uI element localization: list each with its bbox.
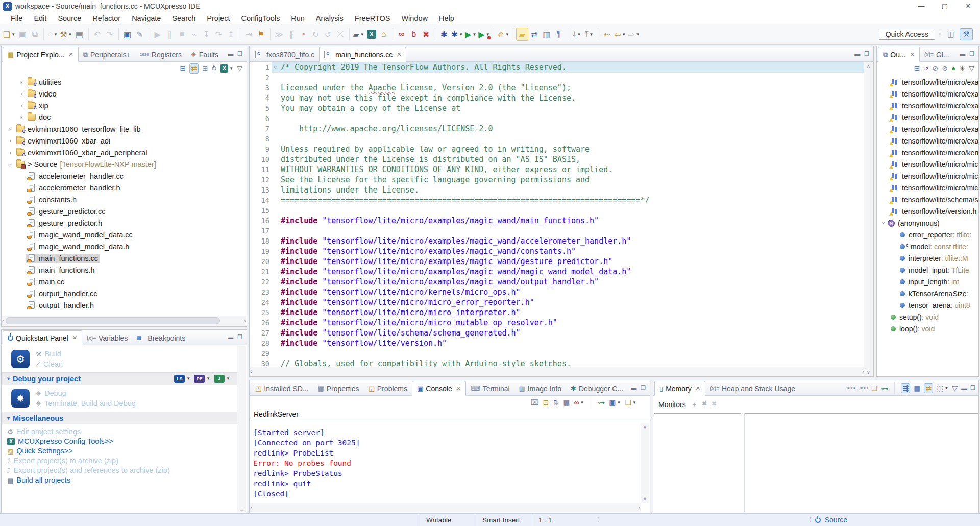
outline-member-kTensorArenaSize[interactable]: kTensorArenaSize : [877, 288, 978, 299]
menu-search[interactable]: Search [166, 13, 201, 23]
debug-dd-icon[interactable]: ✱▼ [450, 28, 464, 41]
quickstart-vscrollbar[interactable]: ⌄ [237, 346, 246, 512]
layout-icon[interactable]: ⬚▼ [937, 384, 948, 392]
panel-minimize-icon[interactable]: ▬ [228, 51, 233, 57]
tree-item-accelerometer-handler-h[interactable]: accelerometer_handler.h [2, 182, 246, 194]
profile-icon[interactable]: ⚑ [255, 28, 267, 41]
probe-button-j[interactable]: J [214, 375, 225, 383]
editor-line[interactable]: 30// Globals, used for compatibility wit… [250, 358, 864, 367]
editor-line[interactable]: 12See the License for the specific langu… [250, 175, 864, 185]
prev-annotation-icon[interactable]: ⤒▼ [583, 28, 595, 41]
table-view-icon[interactable]: ▦ [914, 384, 920, 392]
menu-navigate[interactable]: Navigate [126, 13, 166, 23]
section-debug-your-project[interactable]: ▾Debug your projectLS▼PE▼J▼ [2, 372, 237, 385]
outline-include[interactable]: tensorflow/lite/micro/examples/magic_wan… [877, 135, 978, 147]
probe-discovery-icon[interactable]: ✖ [420, 28, 432, 41]
editor-line[interactable]: 26#include "tensorflow/lite/micro/micro_… [250, 318, 864, 328]
run-icon[interactable]: ▶▼ [464, 28, 477, 41]
console-hscrollbar[interactable]: ‹› [250, 503, 641, 512]
remove-memory-monitor-icon[interactable]: ✖ [702, 400, 707, 409]
close-tab-icon[interactable]: ✕ [72, 334, 77, 341]
outline-function-setup[interactable]: setup() : void [877, 311, 978, 323]
panel-maximize-icon[interactable]: ❒ [970, 385, 975, 391]
editor-vscrollbar[interactable]: ∧∨ [864, 62, 873, 376]
next-annotation-icon[interactable]: ⤓▼ [571, 28, 583, 41]
menu-file[interactable]: File [5, 13, 28, 23]
program-flash-icon[interactable]: ▰▼ [352, 28, 365, 41]
menu-help[interactable]: Help [433, 13, 460, 23]
link-editor-icon[interactable]: ⇄ [528, 28, 541, 41]
editor-line[interactable]: 5You may obtain a copy of the License at [250, 103, 864, 113]
step-over-icon[interactable]: ↷ [213, 28, 225, 41]
close-tab-icon[interactable]: ✕ [910, 51, 915, 58]
tree-view-icon[interactable]: ⇶ [901, 383, 910, 393]
outline-function-loop[interactable]: loop() : void [877, 323, 978, 334]
console-tab-console[interactable]: ▣Console✕ [412, 381, 466, 396]
tree-item-xip[interactable]: ›xip [2, 100, 246, 111]
add-memory-monitor-icon[interactable]: ＋ [691, 400, 698, 409]
close-tab-icon[interactable]: ✕ [68, 51, 73, 58]
editor-line[interactable]: 25#include "tensorflow/lite/micro/micro_… [250, 307, 864, 318]
explorer-tab-faults[interactable]: ✳Faults [186, 47, 223, 61]
outline-include[interactable]: tensorflow/lite/micro/micro_mutable_op_r… [877, 182, 978, 194]
mark-occurrences-icon[interactable]: ▰ [516, 28, 528, 41]
console-tab-properties[interactable]: ▤Properties [313, 381, 363, 395]
outline-include[interactable]: tensorflow/lite/micro/micro_error_report… [877, 158, 978, 170]
tree-item-constants-h[interactable]: constants.h [2, 194, 246, 205]
panel-maximize-icon[interactable]: ❒ [969, 51, 974, 57]
ol-sort-icon[interactable]: ↓z [924, 66, 929, 71]
resume-icon[interactable]: ▶ [152, 28, 164, 41]
close-tab-icon[interactable]: ✕ [456, 385, 461, 392]
save-all-icon[interactable]: ⧉ [29, 28, 41, 41]
tree-item-video[interactable]: ›video [2, 88, 246, 100]
panel-minimize-icon[interactable]: ▬ [854, 51, 860, 57]
mem-view-menu-icon[interactable]: ▽ [952, 384, 958, 392]
pin-console-icon[interactable]: ⊶ [598, 398, 605, 407]
outline-include[interactable]: tensorflow/lite/micro/micro_interpreter.… [877, 170, 978, 182]
sync-icon[interactable]: ⥁ [212, 64, 217, 73]
display-console-icon[interactable]: ▣▼ [609, 398, 621, 407]
debug-icon[interactable]: ✱ [438, 28, 450, 41]
quick-access-button[interactable]: Quick Access [879, 29, 935, 40]
tree-item-accelerometer-handler-cc[interactable]: accelerometer_handler.cc [2, 170, 246, 182]
run-locked-icon[interactable]: ▶▼ [477, 28, 491, 41]
editor-line[interactable]: 3Licensed under the Apache License, Vers… [250, 83, 864, 93]
menu-run[interactable]: Run [285, 13, 310, 23]
menu-project[interactable]: Project [201, 13, 235, 23]
console-tab-installed-sd-[interactable]: ◰Installed SD... [251, 381, 313, 395]
close-tab-icon[interactable]: ✕ [397, 51, 401, 58]
editor-line[interactable]: 16#include "tensorflow/lite/micro/exampl… [250, 216, 864, 226]
tree-chevron-icon[interactable]: › [6, 149, 14, 156]
editor-line[interactable]: 8 [250, 134, 864, 144]
editor-hscrollbar[interactable]: ‹› [250, 367, 864, 376]
restart-icon[interactable]: ↻ [310, 28, 322, 41]
tree-item-utilities[interactable]: ›utilities [2, 76, 246, 88]
show-annotation-icon[interactable]: ▥ [541, 28, 553, 41]
quickstart-tab-quickstart-panel[interactable]: Quickstart Panel✕ [3, 330, 82, 345]
clear-console-icon[interactable]: ⌧ [531, 398, 539, 407]
project-tree[interactable]: ›utilities›video›xip›doc›evkmimxrt1060_t… [2, 76, 246, 315]
boot-icon[interactable]: b [408, 28, 420, 41]
tree-item-Source[interactable]: ›> Source[TensorFlowLite-NXP master] [2, 158, 246, 170]
pin-memory-icon[interactable]: ⊶ [881, 384, 888, 392]
console-tab-terminal[interactable]: ⌨Terminal [466, 381, 514, 395]
ol-hide-nonpublic-icon[interactable]: ● [951, 64, 955, 73]
panel-minimize-icon[interactable]: ▬ [961, 385, 967, 391]
view-menu-icon[interactable]: ▽ [237, 64, 242, 73]
probe-button-pe[interactable]: PE [194, 375, 205, 383]
explorer-tab-project-explo-[interactable]: ▤Project Explo...✕ [3, 47, 79, 62]
editor-line[interactable]: 29 [250, 348, 864, 358]
console-tab-image-info[interactable]: ▥Image Info [514, 381, 566, 395]
panel-maximize-icon[interactable]: ❒ [237, 51, 242, 57]
run-to-line-icon[interactable]: ⇥ [243, 28, 255, 41]
tree-item-magic-wand-model-data-h[interactable]: magic_wand_model_data.h [2, 241, 246, 252]
editor-line[interactable]: 24#include "tensorflow/lite/micro/micro_… [250, 297, 864, 307]
editor-line[interactable]: 28#include "tensorflow/lite/version.h" [250, 338, 864, 348]
ol-view-menu-icon[interactable]: ▽ [969, 64, 974, 73]
outline-include[interactable]: tensorflow/lite/version.h [877, 205, 978, 217]
terminate-icon[interactable]: ■ [176, 28, 188, 41]
ol-collapse-all-icon[interactable]: ⊟ [914, 64, 920, 73]
misc-quick-settings-[interactable]: ▨Quick Settings>> [7, 447, 237, 455]
console-output[interactable]: [Started server][Connected on port 3025]… [250, 425, 641, 503]
build-all-icon[interactable]: ▤ [74, 28, 86, 41]
